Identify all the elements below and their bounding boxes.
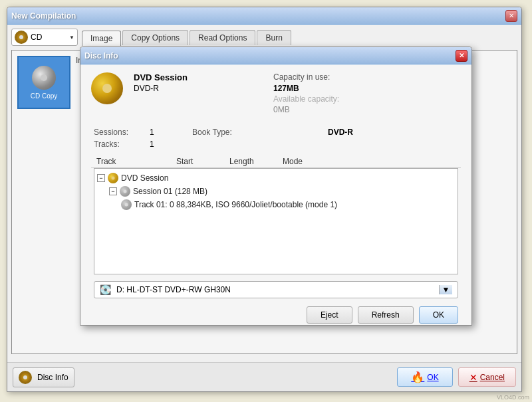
tree-item-dvd-session: − DVD Session: [97, 171, 455, 185]
available-label: Available capacity:: [273, 94, 461, 104]
dialog-content: DVD Session Capacity in use: DVD-R 127MB…: [80, 64, 471, 332]
capacity-label: Capacity in use:: [273, 72, 461, 82]
dialog-title: Disc Info: [84, 51, 118, 60]
tree-icon-session: [120, 186, 130, 197]
disc-info-button[interactable]: Disc Info: [13, 367, 74, 387]
drive-label: D: HL-DT-ST DVD+-RW GH30N: [116, 285, 231, 294]
book-type-value: DVD-R: [328, 128, 461, 137]
refresh-button[interactable]: Refresh: [358, 306, 414, 324]
main-ok-label: OK: [427, 373, 438, 382]
dialog-close-button[interactable]: ✕: [456, 50, 467, 62]
book-type-label: Book Type:: [192, 128, 325, 137]
col-start: Start: [176, 157, 229, 166]
disc-info-label: Disc Info: [37, 373, 68, 382]
eject-button[interactable]: Eject: [307, 306, 352, 324]
cd-type-label: CD: [31, 33, 42, 42]
disc-info-top: DVD Session Capacity in use: DVD-R 127MB…: [91, 72, 461, 120]
dialog-buttons: Eject Refresh OK: [91, 306, 461, 324]
track-table-header: Track Start Length Mode: [91, 155, 461, 168]
col-length: Length: [229, 157, 283, 166]
top-toolbar: CD ▼ Image Copy Options Read Options Bur…: [11, 29, 517, 46]
sessions-value: 1: [150, 128, 190, 137]
disc-info-cd-icon: [19, 371, 32, 384]
tab-row: Image Copy Options Read Options Burn: [82, 30, 291, 45]
tab-burn[interactable]: Burn: [257, 30, 291, 45]
main-title: New Compilation: [11, 11, 76, 21]
tab-read-options[interactable]: Read Options: [190, 30, 255, 45]
tree-icon-dvd: [108, 173, 118, 183]
source-label: CD Copy: [31, 92, 58, 100]
drive-dropdown-arrow: ▼: [439, 285, 452, 294]
tracks-value: 1: [150, 140, 190, 149]
dialog-title-bar: Disc Info ✕: [80, 47, 471, 64]
cd-dropdown-arrow: ▼: [69, 35, 74, 41]
main-ok-button[interactable]: 🔥 OK: [397, 367, 452, 387]
tree-label-track: Track 01: 0 88,384KB, ISO 9660/Joliet/bo…: [134, 200, 337, 209]
sessions-label: Sessions:: [94, 128, 147, 137]
dialog-ok-button[interactable]: OK: [419, 306, 458, 324]
capacity-value: 127MB: [273, 84, 461, 93]
bottom-buttons: 🔥 OK ✕ Cancel: [397, 367, 516, 387]
tree-item-session01: − Session 01 (128 MB): [97, 185, 455, 198]
tree-item-track01: Track 01: 0 88,384KB, ISO 9660/Joliet/bo…: [97, 198, 455, 211]
tree-icon-track: [121, 199, 132, 210]
tree-label-session: Session 01 (128 MB): [133, 187, 207, 196]
tree-label-dvd: DVD Session: [121, 173, 168, 183]
tree-expand-dvd[interactable]: −: [97, 174, 105, 182]
disc-format-value: DVD-R: [134, 84, 267, 93]
watermark: VLO4D.com: [497, 394, 529, 401]
main-cancel-label: Cancel: [480, 373, 505, 382]
available-value: 0MB: [273, 105, 461, 114]
source-thumbnail: CD Copy: [17, 56, 70, 109]
bottom-bar: Disc Info 🔥 OK ✕ Cancel: [7, 362, 521, 391]
disc-meta-area: Sessions: 1 Book Type: DVD-R Tracks: 1: [91, 128, 461, 149]
drive-dropdown[interactable]: 💽 D: HL-DT-ST DVD+-RW GH30N ▼: [94, 281, 458, 298]
tab-image[interactable]: Image: [82, 31, 121, 46]
cd-big-icon: [32, 66, 56, 90]
cd-icon: [15, 31, 28, 44]
disc-info-text-area: DVD Session Capacity in use: DVD-R 127MB…: [134, 72, 461, 120]
disc-icon-large: [91, 72, 123, 104]
cd-type-dropdown[interactable]: CD ▼: [11, 29, 78, 46]
main-cancel-button[interactable]: ✕ Cancel: [458, 367, 516, 387]
track-tree-area: − DVD Session − Session 01 (128 MB) Trac…: [94, 168, 458, 274]
disc-info-dialog: Disc Info ✕ DVD Session Capacity in use:…: [80, 47, 472, 326]
tracks-label: Tracks:: [94, 140, 147, 149]
bottom-left-area: Disc Info: [13, 367, 74, 387]
tree-expand-session[interactable]: −: [109, 187, 117, 195]
drive-icon: 💽: [100, 284, 111, 295]
tab-copy-options[interactable]: Copy Options: [122, 30, 188, 45]
main-title-bar: New Compilation ✕: [7, 7, 521, 25]
main-close-button[interactable]: ✕: [505, 10, 517, 22]
col-mode: Mode: [283, 157, 456, 166]
disc-type-value: DVD Session: [134, 72, 267, 82]
col-track: Track: [96, 157, 176, 166]
